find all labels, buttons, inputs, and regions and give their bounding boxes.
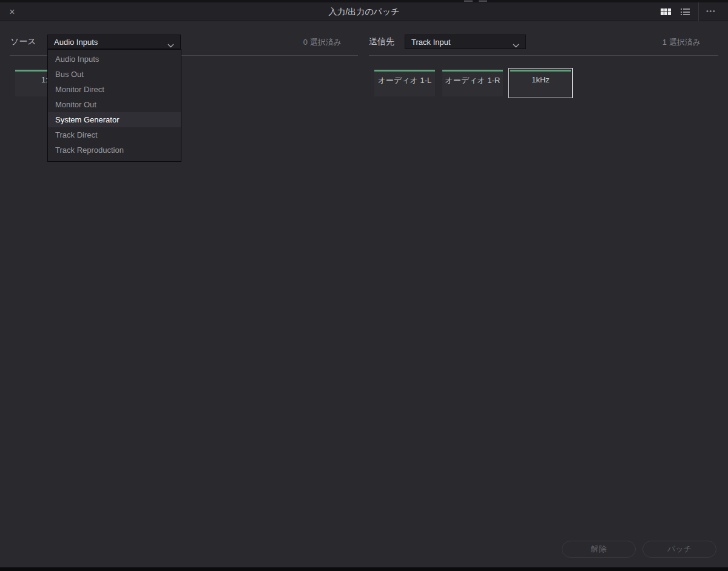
titlebar: × 入力/出力のパッチ ••• <box>0 2 728 21</box>
destination-card-1khz[interactable]: 1kHz <box>510 70 571 96</box>
list-view-button[interactable] <box>676 2 695 21</box>
chevron-down-icon <box>167 41 174 50</box>
menu-item-monitor-direct[interactable]: Monitor Direct <box>48 82 181 97</box>
menu-item-system-generator[interactable]: System Generator <box>48 112 181 127</box>
patch-dialog: × 入力/出力のパッチ ••• ソース Audio Inputs <box>0 0 728 571</box>
titlebar-divider <box>698 2 699 21</box>
menu-item-audio-inputs[interactable]: Audio Inputs <box>48 52 181 67</box>
list-view-icon <box>681 8 690 15</box>
background-glyph <box>479 0 487 2</box>
window-bottom-edge <box>0 567 728 571</box>
page-title: 入力/出力のパッチ <box>0 2 728 21</box>
card-status-stripe <box>374 70 435 72</box>
source-label: ソース <box>10 36 36 47</box>
destination-card-audio-1r[interactable]: オーディオ 1-R <box>442 70 503 96</box>
source-selected-count: 0 選択済み <box>182 37 342 48</box>
destination-label: 送信先 <box>369 36 394 47</box>
titlebar-actions: ••• <box>656 2 720 21</box>
card-status-stripe <box>510 70 571 72</box>
destination-dropdown-value: Track Input <box>411 38 451 47</box>
more-options-button[interactable]: ••• <box>703 2 720 21</box>
grid-view-button[interactable] <box>656 2 676 21</box>
destination-card-label: オーディオ 1-L <box>374 75 435 86</box>
menu-item-track-direct[interactable]: Track Direct <box>48 127 181 142</box>
background-glyph <box>464 0 473 2</box>
menu-item-monitor-out[interactable]: Monitor Out <box>48 97 181 112</box>
destination-selected-count: 1 選択済み <box>607 37 701 48</box>
destination-divider <box>369 55 718 56</box>
destination-card-label: 1kHz <box>510 75 571 84</box>
destination-card-label: オーディオ 1-R <box>442 75 503 86</box>
grid-view-icon <box>661 8 671 15</box>
card-status-stripe <box>442 70 503 72</box>
destination-dropdown[interactable]: Track Input <box>405 35 526 49</box>
unpatch-button[interactable]: 解除 <box>562 541 636 558</box>
source-dropdown-menu: Audio Inputs Bus Out Monitor Direct Moni… <box>47 49 181 162</box>
menu-item-track-reproduction[interactable]: Track Reproduction <box>48 142 181 158</box>
chevron-down-icon <box>513 41 519 50</box>
patch-button[interactable]: パッチ <box>642 541 716 558</box>
destination-card-audio-1l[interactable]: オーディオ 1-L <box>374 70 435 96</box>
destination-card-grid: オーディオ 1-L オーディオ 1-R 1kHz <box>374 70 571 96</box>
menu-item-bus-out[interactable]: Bus Out <box>48 67 181 82</box>
source-dropdown-value: Audio Inputs <box>54 38 98 47</box>
source-dropdown[interactable]: Audio Inputs <box>47 35 181 49</box>
